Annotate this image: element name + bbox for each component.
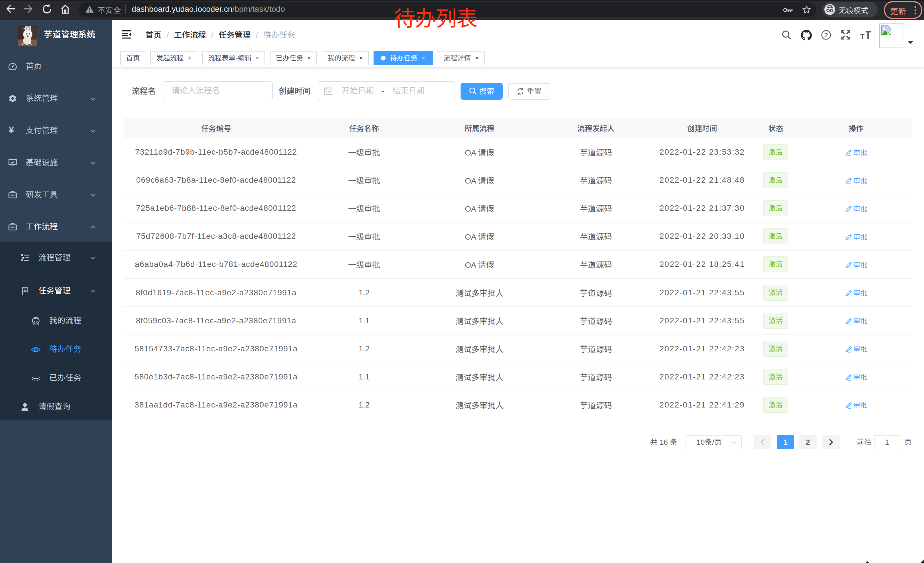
svg-text:?: ? (824, 32, 828, 39)
